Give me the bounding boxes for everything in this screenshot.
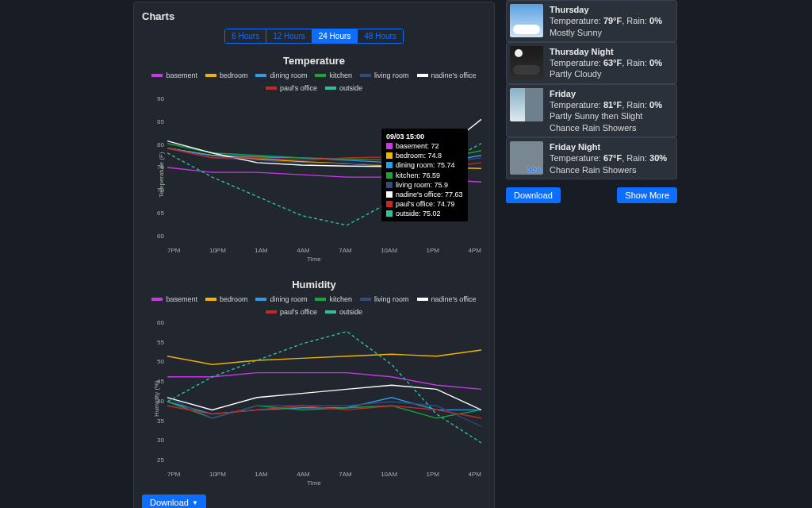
forecast-thumb xyxy=(510,88,543,121)
chart-title: Temperature xyxy=(142,55,486,67)
show-more-button[interactable]: Show More xyxy=(617,187,677,203)
legend-item[interactable]: living room xyxy=(360,71,409,79)
legend-item[interactable]: bedroom xyxy=(205,295,248,303)
x-ticks: 7PM10PM1AM4AM7AM10AM1PM4PM xyxy=(167,247,481,254)
legend-item[interactable]: kitchen xyxy=(315,71,352,79)
forecast-card[interactable]: ThursdayTemperature: 79°F, Rain: 0%Mostl… xyxy=(506,0,677,42)
forecast-thumb xyxy=(510,46,543,79)
chart-legend: basementbedroomdining roomkitchenliving … xyxy=(142,295,486,316)
legend-item[interactable]: outside xyxy=(325,84,362,92)
range-button-6-hours[interactable]: 6 Hours xyxy=(224,29,266,44)
forecast-title: Thursday xyxy=(550,4,673,15)
caret-down-icon: ▼ xyxy=(192,499,198,506)
y-ticks: 90858075706560 xyxy=(144,95,164,240)
forecast-body: FridayTemperature: 81°F, Rain: 0%Partly … xyxy=(550,88,673,133)
forecast-sidebar: ThursdayTemperature: 79°F, Rain: 0%Mostl… xyxy=(506,0,677,508)
forecast-title: Friday xyxy=(550,88,673,99)
legend-item[interactable]: paul's office xyxy=(266,308,317,316)
panel-title: Charts xyxy=(142,10,486,22)
legend-item[interactable]: dining room xyxy=(255,295,307,303)
chart-title: Humidity xyxy=(142,279,486,291)
forecast-card[interactable]: 30%Friday NightTemperature: 67°F, Rain: … xyxy=(506,137,677,179)
charts-panel: Charts 6 Hours12 Hours24 Hours48 Hours T… xyxy=(133,2,495,508)
series-line xyxy=(167,350,481,364)
series-line xyxy=(167,332,481,443)
legend-item[interactable]: kitchen xyxy=(315,295,352,303)
chart-area[interactable]: Temperature (F)908580757065607PM10PM1AM4… xyxy=(144,95,485,254)
legend-item[interactable]: outside xyxy=(325,308,362,316)
forecast-thumb: 30% xyxy=(510,141,543,175)
x-ticks: 7PM10PM1AM4AM7AM10AM1PM4PM xyxy=(167,471,481,478)
forecast-title: Thursday Night xyxy=(550,46,673,57)
range-selector: 6 Hours12 Hours24 Hours48 Hours xyxy=(142,29,486,44)
legend-item[interactable]: bedroom xyxy=(205,71,248,79)
forecast-desc: Chance Rain Showers xyxy=(550,164,673,175)
legend-item[interactable]: nadine's office xyxy=(417,71,477,79)
range-button-12-hours[interactable]: 12 Hours xyxy=(266,29,312,44)
forecast-body: ThursdayTemperature: 79°F, Rain: 0%Mostl… xyxy=(550,4,673,38)
download-button[interactable]: Download ▼ xyxy=(142,495,206,508)
sidebar-download-button[interactable]: Download xyxy=(506,187,561,203)
y-ticks: 6055504540353025 xyxy=(144,319,164,464)
range-button-24-hours[interactable]: 24 Hours xyxy=(312,29,358,44)
forecast-desc: Mostly Sunny xyxy=(550,27,673,38)
legend-item[interactable]: paul's office xyxy=(266,84,317,92)
forecast-desc: Partly Sunny then Slight Chance Rain Sho… xyxy=(550,110,673,133)
x-axis-label: Time xyxy=(142,256,486,263)
forecast-stats: Temperature: 63°F, Rain: 0% xyxy=(550,57,673,68)
legend-item[interactable]: living room xyxy=(360,295,409,303)
legend-item[interactable]: basement xyxy=(151,295,197,303)
legend-item[interactable]: dining room xyxy=(255,71,307,79)
chart-area[interactable]: Humidity (%)60555045403530257PM10PM1AM4A… xyxy=(144,319,485,478)
download-label: Download xyxy=(150,498,189,507)
forecast-body: Friday NightTemperature: 67°F, Rain: 30%… xyxy=(550,141,673,175)
chart-legend: basementbedroomdining roomkitchenliving … xyxy=(142,71,486,92)
forecast-stats: Temperature: 79°F, Rain: 0% xyxy=(550,15,673,26)
forecast-card[interactable]: FridayTemperature: 81°F, Rain: 0%Partly … xyxy=(506,84,677,137)
forecast-stats: Temperature: 67°F, Rain: 30% xyxy=(550,152,673,164)
legend-item[interactable]: nadine's office xyxy=(417,295,477,303)
forecast-thumb xyxy=(510,4,543,37)
forecast-body: Thursday NightTemperature: 63°F, Rain: 0… xyxy=(550,46,673,80)
forecast-desc: Partly Cloudy xyxy=(550,68,673,79)
range-button-48-hours[interactable]: 48 Hours xyxy=(358,29,404,44)
forecast-card[interactable]: Thursday NightTemperature: 63°F, Rain: 0… xyxy=(506,42,677,84)
legend-item[interactable]: basement xyxy=(151,71,197,79)
series-line xyxy=(167,373,481,390)
series-line xyxy=(167,167,481,182)
forecast-title: Friday Night xyxy=(550,141,673,152)
forecast-stats: Temperature: 81°F, Rain: 0% xyxy=(550,99,673,110)
x-axis-label: Time xyxy=(142,479,486,487)
